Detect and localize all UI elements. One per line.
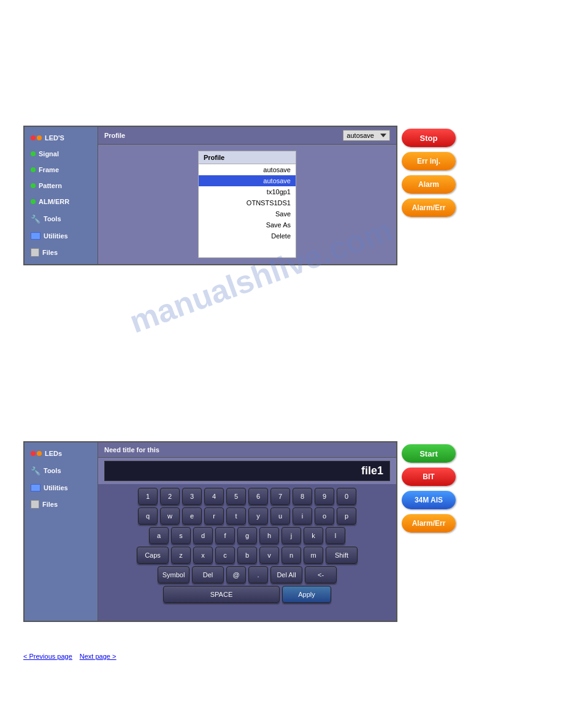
file-icon: [31, 248, 39, 257]
key-8[interactable]: 8: [293, 488, 312, 505]
key-5[interactable]: 5: [226, 488, 246, 505]
sidebar2-item-files[interactable]: Files: [27, 498, 95, 511]
key-symbol[interactable]: Symbol: [158, 566, 190, 583]
sidebar2: LEDs 🔧 Tools Utilities Files: [25, 442, 98, 621]
next-page-link[interactable]: Next page >: [80, 653, 117, 660]
key-6[interactable]: 6: [248, 488, 268, 505]
key-del[interactable]: Del: [192, 566, 224, 583]
dropdown-item-autosave1[interactable]: autosave: [199, 164, 296, 175]
dropdown-item-autosave2[interactable]: autosave: [199, 175, 296, 186]
led-green-pattern-icon: [31, 183, 36, 188]
sidebar-item-almerr[interactable]: ALM/ERR: [27, 195, 95, 208]
key-w[interactable]: w: [160, 507, 180, 525]
key-at[interactable]: @: [226, 566, 246, 583]
key-i[interactable]: i: [293, 507, 312, 525]
key-7[interactable]: 7: [270, 488, 290, 505]
sidebar2-item-utilities[interactable]: Utilities: [27, 482, 95, 494]
sidebar2-tools-label: Tools: [44, 467, 61, 474]
key-shift[interactable]: Shift: [326, 547, 358, 564]
filename-display: file1: [104, 461, 390, 481]
alarm-err-button2[interactable]: Alarm/Err: [402, 514, 456, 533]
key-s[interactable]: s: [171, 527, 191, 544]
key-4[interactable]: 4: [204, 488, 224, 505]
panel2-header: Need title for this: [98, 442, 396, 458]
key-o[interactable]: o: [315, 507, 334, 525]
key-backspace[interactable]: <-: [305, 566, 337, 583]
sidebar-item-frame[interactable]: Frame: [27, 164, 95, 176]
keyboard-area: 1 2 3 4 5 6 7 8 9 0 q w e r t y u i: [98, 484, 396, 621]
alarm-err-button1[interactable]: Alarm/Err: [402, 199, 456, 217]
dropdown-item-save-as[interactable]: Save As: [199, 219, 296, 230]
key-1[interactable]: 1: [138, 488, 158, 505]
sidebar-item-leds[interactable]: LED'S: [27, 132, 95, 144]
key-q[interactable]: q: [138, 507, 158, 525]
sidebar2-item-tools[interactable]: 🔧 Tools: [27, 463, 95, 478]
sidebar-item-utilities[interactable]: Utilities: [27, 230, 95, 242]
key-0[interactable]: 0: [337, 488, 356, 505]
sidebar-item-pattern[interactable]: Pattern: [27, 180, 95, 192]
key-v[interactable]: v: [259, 547, 279, 564]
sidebar2-item-leds[interactable]: LEDs: [27, 447, 95, 460]
sidebar-pattern-label: Pattern: [39, 182, 62, 189]
sidebar-item-files[interactable]: Files: [27, 246, 95, 259]
sidebar-signal-label: Signal: [39, 150, 59, 157]
key-j[interactable]: j: [282, 527, 301, 544]
keyboard-row-asdf: a s d f g h j k l: [104, 527, 390, 544]
chevron-down-icon: [380, 134, 386, 137]
key-h[interactable]: h: [259, 527, 279, 544]
key-3[interactable]: 3: [182, 488, 202, 505]
key-9[interactable]: 9: [315, 488, 334, 505]
key-2[interactable]: 2: [160, 488, 180, 505]
sidebar-item-tools[interactable]: 🔧 Tools: [27, 211, 95, 226]
key-g[interactable]: g: [237, 527, 257, 544]
key-e[interactable]: e: [182, 507, 202, 525]
sidebar1: LED'S Signal Frame Pattern ALM/ERR 🔧 Too…: [25, 127, 98, 264]
key-m[interactable]: m: [304, 547, 323, 564]
key-d[interactable]: d: [193, 527, 213, 544]
bit-button[interactable]: BIT: [402, 468, 456, 486]
key-space[interactable]: SPACE: [163, 586, 280, 603]
led-green-almerr-icon: [31, 199, 36, 204]
dropdown-value: autosave: [347, 132, 374, 139]
profile-dropdown-trigger[interactable]: autosave: [343, 130, 390, 141]
alarm-button[interactable]: Alarm: [402, 175, 456, 194]
key-c[interactable]: c: [215, 547, 235, 564]
key-f[interactable]: f: [215, 527, 235, 544]
key-caps[interactable]: Caps: [137, 547, 169, 564]
key-b[interactable]: b: [237, 547, 257, 564]
dropdown-item-otnsts1ds1[interactable]: OTNSTS1DS1: [199, 197, 296, 208]
dropdown-item-save[interactable]: Save: [199, 208, 296, 219]
led-green-frame-icon: [31, 167, 36, 172]
key-l[interactable]: l: [326, 527, 345, 544]
keyboard-row-special: Symbol Del @ . Del All <-: [104, 566, 390, 583]
led-orange-icon: [37, 135, 42, 140]
key-z[interactable]: z: [171, 547, 191, 564]
stop-button[interactable]: Stop: [402, 129, 456, 147]
err-inj-button[interactable]: Err inj.: [402, 152, 456, 170]
sidebar2-leds-label: LEDs: [45, 450, 62, 457]
key-u[interactable]: u: [270, 507, 290, 525]
prev-page-link[interactable]: < Previous page: [23, 653, 72, 660]
key-r[interactable]: r: [204, 507, 224, 525]
sidebar2-files-label: Files: [42, 501, 58, 508]
key-n[interactable]: n: [282, 547, 301, 564]
key-x[interactable]: x: [193, 547, 213, 564]
key-dot[interactable]: .: [248, 566, 268, 583]
key-k[interactable]: k: [304, 527, 323, 544]
sidebar-files-label: Files: [42, 249, 58, 256]
key-p[interactable]: p: [337, 507, 356, 525]
key-del-all[interactable]: Del All: [270, 566, 302, 583]
key-t[interactable]: t: [226, 507, 246, 525]
wrench-icon: 🔧: [31, 214, 40, 224]
dropdown-item-tx10gp1[interactable]: tx10gp1: [199, 186, 296, 197]
key-apply[interactable]: Apply: [282, 586, 331, 603]
led-orange2-icon: [37, 451, 42, 456]
panel1-header: Profile autosave: [98, 127, 396, 145]
start-button[interactable]: Start: [402, 444, 456, 463]
sidebar-item-signal[interactable]: Signal: [27, 148, 95, 160]
dropdown-item-delete[interactable]: Delete: [199, 230, 296, 241]
sidebar2-utilities-label: Utilities: [44, 484, 68, 491]
ais-button[interactable]: 34M AIS: [402, 491, 456, 509]
key-y[interactable]: y: [248, 507, 268, 525]
key-a[interactable]: a: [149, 527, 169, 544]
